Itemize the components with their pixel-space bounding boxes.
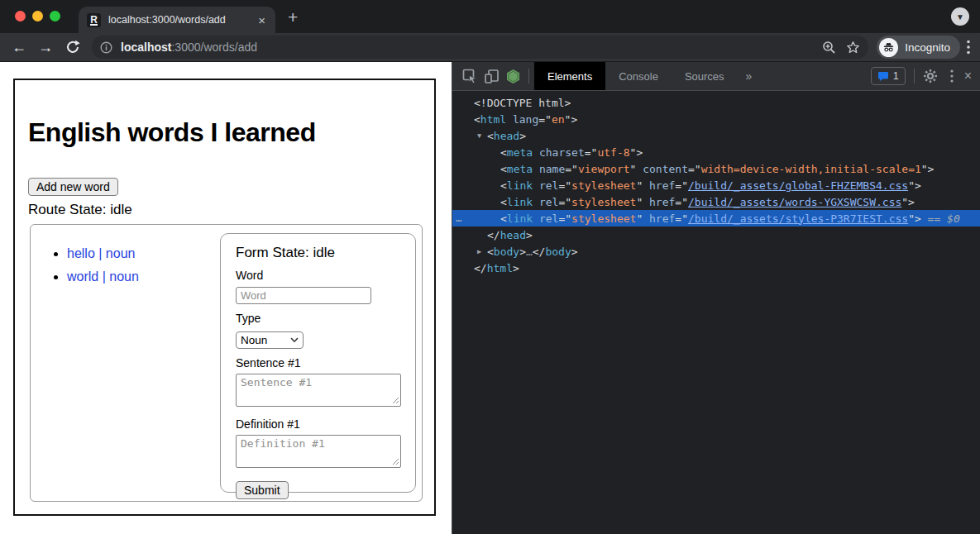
definition-label: Definition #1 xyxy=(236,417,415,431)
more-actions-icon[interactable]: … xyxy=(452,212,464,224)
tab-strip: R localhost:3000/words/add × + ▼ xyxy=(0,0,980,33)
type-select-value: Noun xyxy=(241,334,267,346)
devtools-code: <!DOCTYPE html><html lang="en">▼<head><m… xyxy=(452,91,980,276)
window-chevron-down-icon[interactable]: ▼ xyxy=(951,7,969,26)
devtools-toolbar: Elements Console Sources » 1 × xyxy=(452,62,980,91)
definition-textarea[interactable] xyxy=(236,435,401,468)
browser-tab[interactable]: R localhost:3000/words/add × xyxy=(79,7,275,33)
code-line[interactable]: <meta name="viewport" content="width=dev… xyxy=(452,160,980,177)
forward-button[interactable]: → xyxy=(38,40,53,55)
incognito-label: Incognito xyxy=(905,41,950,54)
sentence-label: Sentence #1 xyxy=(236,356,415,370)
word-input[interactable] xyxy=(236,287,371,304)
code-line[interactable]: ▼<head> xyxy=(452,127,980,144)
address-bar[interactable]: localhost:3000/words/add xyxy=(92,36,868,59)
add-word-form: Form State: idle Word Type Noun Sentence… xyxy=(220,233,416,493)
back-button[interactable]: ← xyxy=(12,40,26,55)
page-border-box: English words I learned Add new word Rou… xyxy=(13,79,436,516)
expand-down-icon[interactable]: ▼ xyxy=(477,131,487,140)
zoom-icon[interactable] xyxy=(822,41,836,55)
code-line[interactable]: …<link rel="stylesheet" href="/build/_as… xyxy=(452,210,980,226)
issue-bubble-icon xyxy=(877,71,889,82)
code-line[interactable]: <html lang="en"> xyxy=(452,111,980,127)
incognito-icon xyxy=(879,38,898,57)
inspect-element-icon[interactable] xyxy=(459,65,480,87)
devtools-menu-icon[interactable] xyxy=(941,65,963,87)
word-link-hello[interactable]: hello | noun xyxy=(67,246,135,260)
tab-elements[interactable]: Elements xyxy=(534,62,605,90)
word-link-world[interactable]: world | noun xyxy=(67,269,139,284)
browser-toolbar: ← → localhost:3000/words/add Incognito xyxy=(0,33,980,62)
sentence-textarea[interactable] xyxy=(236,374,401,407)
select-chevron-down-icon xyxy=(290,337,299,343)
divider xyxy=(914,69,915,83)
close-window-button[interactable] xyxy=(15,11,26,21)
page-title: English words I learned xyxy=(28,118,421,147)
site-info-icon[interactable] xyxy=(100,41,112,54)
settings-gear-icon[interactable] xyxy=(920,65,941,87)
submit-button[interactable]: Submit xyxy=(236,481,289,499)
words-panel: hello | noun world | noun Form State: id… xyxy=(30,224,423,502)
devtools-close-icon[interactable]: × xyxy=(964,69,972,83)
divider xyxy=(528,69,529,83)
tab-close-icon[interactable]: × xyxy=(256,14,267,26)
issues-count: 1 xyxy=(893,70,899,82)
code-line[interactable]: <link rel="stylesheet" href="/build/_ass… xyxy=(452,177,980,193)
reload-button[interactable] xyxy=(65,40,80,55)
code-line[interactable]: <!DOCTYPE html> xyxy=(452,94,980,111)
remix-favicon-icon: R xyxy=(87,13,101,27)
code-line[interactable]: ▶<body>…</body> xyxy=(452,243,980,260)
more-tabs-icon[interactable]: » xyxy=(738,69,761,83)
bookmark-star-icon[interactable] xyxy=(846,41,860,55)
type-label: Type xyxy=(236,312,415,325)
tab-title: localhost:3000/words/add xyxy=(108,14,256,26)
maximize-window-button[interactable] xyxy=(50,11,60,21)
add-new-word-button[interactable]: Add new word xyxy=(28,178,118,196)
code-line[interactable]: </head> xyxy=(452,226,980,243)
expand-right-icon[interactable]: ▶ xyxy=(477,247,487,255)
url-host: localhost xyxy=(121,41,171,54)
code-line[interactable]: <link rel="stylesheet" href="/build/_ass… xyxy=(452,193,980,210)
route-state-text: Route State: idle xyxy=(28,202,421,218)
type-select[interactable]: Noun xyxy=(236,331,304,349)
form-state-text: Form State: idle xyxy=(236,245,415,261)
tab-sources[interactable]: Sources xyxy=(672,62,738,90)
device-toolbar-icon[interactable] xyxy=(480,65,502,87)
browser-menu-icon[interactable] xyxy=(967,40,970,55)
tab-console[interactable]: Console xyxy=(605,62,672,90)
devtools-panel: Elements Console Sources » 1 × <!DOCTYPE… xyxy=(452,62,980,534)
new-tab-button[interactable]: + xyxy=(288,7,298,27)
browser-window: R localhost:3000/words/add × + ▼ ← → loc… xyxy=(0,0,980,534)
minimize-window-button[interactable] xyxy=(32,11,43,21)
web-page: English words I learned Add new word Rou… xyxy=(0,62,452,534)
incognito-badge: Incognito xyxy=(877,36,960,59)
code-line[interactable]: <meta charset="utf-8"> xyxy=(452,144,980,160)
url-path: :3000/words/add xyxy=(171,41,257,54)
issues-badge[interactable]: 1 xyxy=(871,67,906,85)
nodejs-devtools-icon[interactable] xyxy=(502,65,523,87)
code-line[interactable]: </html> xyxy=(452,260,980,276)
word-label: Word xyxy=(236,269,415,282)
url-text: localhost:3000/words/add xyxy=(121,41,812,54)
